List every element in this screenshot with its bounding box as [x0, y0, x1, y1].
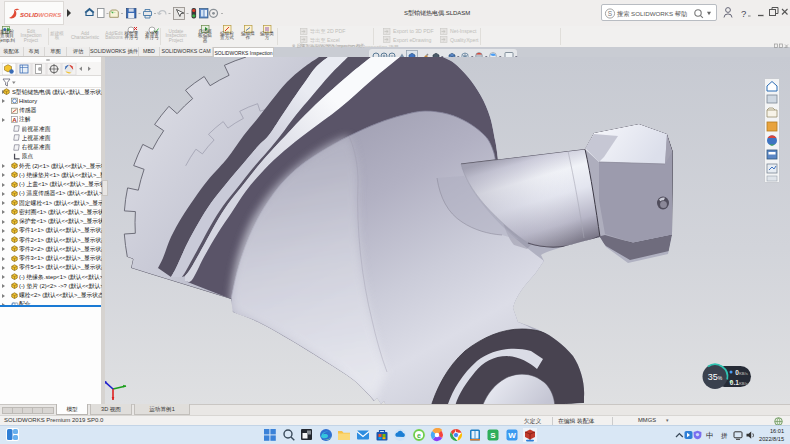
svg-text:0.1KB/s: 0.1KB/s	[730, 379, 749, 386]
svg-text:W: W	[508, 431, 516, 440]
svg-text:A: A	[12, 116, 17, 123]
svg-text:S: S	[491, 431, 497, 440]
svg-text:e: e	[417, 432, 421, 439]
svg-text:0KB/s: 0KB/s	[735, 369, 749, 376]
svg-text:?: ?	[741, 8, 746, 19]
svg-text:中: 中	[706, 431, 714, 440]
svg-text:搜索 SOLIDWORKS 帮助: 搜索 SOLIDWORKS 帮助	[617, 10, 687, 18]
svg-text:S: S	[608, 10, 613, 17]
svg-text:拼: 拼	[721, 432, 728, 439]
